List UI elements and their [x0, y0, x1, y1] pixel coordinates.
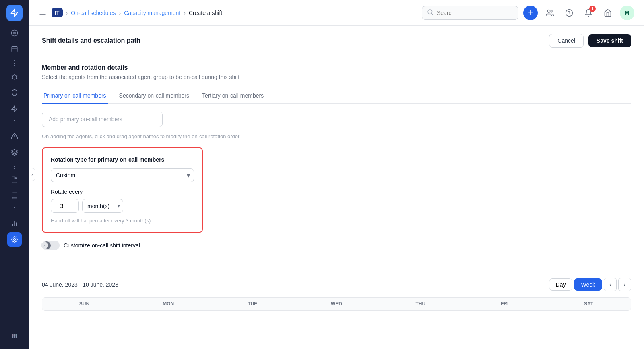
rotate-every-row: month(s) week(s) day(s) ▾ — [51, 199, 194, 213]
rotate-value-input[interactable] — [51, 199, 79, 213]
calendar-nav: Day Week ‹ › — [549, 278, 631, 291]
section-subtitle: Select the agents from the associated ag… — [42, 74, 631, 80]
store-icon-btn[interactable] — [601, 6, 615, 20]
page-header: Shift details and escalation path Cancel… — [29, 26, 644, 54]
breadcrumb-create-shift: Create a shift — [189, 10, 222, 16]
breadcrumb-sep-3: › — [184, 10, 186, 16]
calendar-day-sun: SUN — [42, 298, 126, 310]
calendar-grid: SUN MON TUE WED THU FRI SAT — [42, 297, 631, 311]
add-members-input[interactable]: Add primary on-call members — [42, 112, 163, 127]
search-box[interactable] — [422, 6, 518, 20]
topbar-actions: + 1 — [422, 6, 634, 20]
breadcrumb: IT › On-call schedules › Capacity manage… — [52, 8, 419, 17]
svg-point-13 — [14, 239, 16, 241]
tab-tertiary[interactable]: Tertiary on-call members — [200, 88, 265, 104]
sidebar-icon-layers[interactable] — [7, 145, 22, 160]
handoff-note: Hand off will happen after every 3 month… — [51, 218, 194, 224]
help-icon-btn[interactable] — [562, 6, 576, 20]
tab-secondary[interactable]: Secondary on-call members — [118, 88, 191, 104]
svg-point-19 — [16, 337, 17, 338]
calendar-section: 04 June, 2023 - 10 June, 2023 Day Week ‹… — [29, 270, 644, 319]
breadcrumb-capacity[interactable]: Capacity management — [124, 10, 180, 16]
svg-point-2 — [14, 32, 16, 34]
topbar: IT › On-call schedules › Capacity manage… — [29, 0, 644, 26]
sidebar-icon-book[interactable] — [7, 189, 22, 203]
member-tabs: Primary on-call members Secondary on-cal… — [42, 88, 631, 104]
rotation-type-select[interactable]: Custom Weekly Daily Fortnightly — [51, 168, 194, 182]
breadcrumb-oncall[interactable]: On-call schedules — [71, 10, 116, 16]
view-week-button[interactable]: Week — [574, 278, 602, 291]
sidebar-collapse-toggle[interactable]: › — [29, 168, 35, 181]
content-area: Shift details and escalation path Cancel… — [29, 26, 644, 349]
sidebar-icon-grid[interactable] — [7, 330, 22, 344]
team-icon-btn[interactable] — [543, 6, 557, 20]
rotation-box: Rotation type for primary on-call member… — [42, 147, 203, 233]
page-header-actions: Cancel Save shift — [549, 34, 631, 48]
sidebar-more-1[interactable]: ⋮ — [7, 58, 22, 68]
save-shift-button[interactable]: Save shift — [588, 34, 631, 47]
customize-toggle[interactable]: × — [42, 241, 60, 250]
svg-rect-3 — [12, 46, 17, 52]
sidebar-icon-shield[interactable] — [7, 85, 22, 100]
svg-point-16 — [16, 334, 17, 336]
sidebar-more-3[interactable]: ⋮ — [7, 161, 22, 171]
svg-line-24 — [431, 13, 433, 15]
add-members-placeholder: Add primary on-call members — [49, 116, 122, 123]
svg-marker-6 — [12, 106, 17, 112]
app-logo[interactable] — [6, 5, 23, 21]
sidebar-icon-settings[interactable] — [7, 232, 22, 247]
sidebar: ⋮ ⋮ ⋮ ⋮ — [0, 0, 29, 349]
sidebar-icon-inbox[interactable] — [7, 42, 22, 56]
drag-hint: On adding the agents, click and drag age… — [42, 133, 631, 139]
breadcrumb-it-badge[interactable]: IT — [52, 8, 63, 17]
customize-toggle-row: × Customize on-call shift interval — [42, 241, 631, 250]
svg-point-1 — [12, 30, 18, 36]
page-title: Shift details and escalation path — [42, 37, 140, 44]
svg-point-17 — [12, 337, 13, 338]
svg-point-15 — [14, 334, 15, 336]
next-week-button[interactable]: › — [618, 278, 631, 291]
sidebar-more-4[interactable]: ⋮ — [7, 205, 22, 214]
sidebar-icon-alert[interactable] — [7, 129, 22, 143]
breadcrumb-sep-2: › — [119, 10, 121, 16]
calendar-day-tue: TUE — [211, 298, 295, 310]
rotate-every-label: Rotate every — [51, 189, 194, 195]
notification-badge: 1 — [589, 6, 596, 12]
calendar-day-fri: FRI — [462, 298, 547, 310]
tab-primary[interactable]: Primary on-call members — [42, 88, 108, 104]
view-day-button[interactable]: Day — [549, 278, 573, 291]
period-select-wrap: month(s) week(s) day(s) ▾ — [82, 199, 123, 213]
svg-point-5 — [12, 75, 17, 79]
calendar-day-sat: SAT — [547, 298, 631, 310]
rotation-box-label: Rotation type for primary on-call member… — [51, 156, 194, 163]
sidebar-icon-chart[interactable] — [7, 216, 22, 231]
svg-point-23 — [428, 10, 432, 14]
prev-week-button[interactable]: ‹ — [604, 278, 617, 291]
search-icon — [427, 9, 433, 17]
avatar[interactable]: M — [620, 6, 634, 20]
search-input[interactable] — [437, 10, 513, 16]
sidebar-icon-bug[interactable] — [7, 69, 22, 84]
sidebar-bottom — [7, 330, 22, 344]
sidebar-icon-lightning[interactable] — [7, 102, 22, 116]
rotation-type-select-wrap: Custom Weekly Daily Fortnightly ▾ — [51, 168, 194, 182]
toggle-x-icon: × — [41, 242, 48, 249]
section-title: Member and rotation details — [42, 64, 631, 71]
svg-point-14 — [12, 334, 13, 336]
calendar-date-range: 04 June, 2023 - 10 June, 2023 — [42, 281, 118, 288]
svg-marker-0 — [11, 9, 18, 17]
bell-icon-btn[interactable]: 1 — [581, 6, 596, 20]
calendar-header: 04 June, 2023 - 10 June, 2023 Day Week ‹… — [42, 278, 631, 291]
cancel-button[interactable]: Cancel — [549, 34, 584, 48]
calendar-day-thu: THU — [378, 298, 462, 310]
calendar-day-mon: MON — [126, 298, 211, 310]
svg-point-25 — [547, 10, 550, 12]
hamburger-icon[interactable] — [39, 8, 47, 18]
add-button[interactable]: + — [523, 6, 538, 20]
sidebar-icon-document[interactable] — [7, 172, 22, 187]
sidebar-more-2[interactable]: ⋮ — [7, 118, 22, 127]
main-content: IT › On-call schedules › Capacity manage… — [29, 0, 644, 349]
svg-marker-9 — [12, 150, 18, 153]
sidebar-icon-dashboard[interactable] — [7, 26, 22, 40]
period-select[interactable]: month(s) week(s) day(s) — [82, 199, 123, 213]
